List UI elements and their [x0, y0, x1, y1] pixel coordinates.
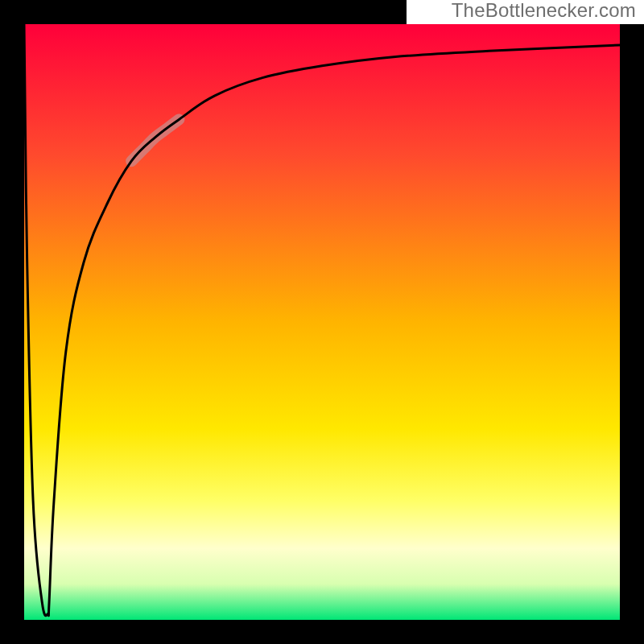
bottleneck-chart	[0, 0, 644, 644]
attribution-label: TheBottlenecker.com	[450, 0, 638, 23]
plot-area	[24, 24, 620, 620]
